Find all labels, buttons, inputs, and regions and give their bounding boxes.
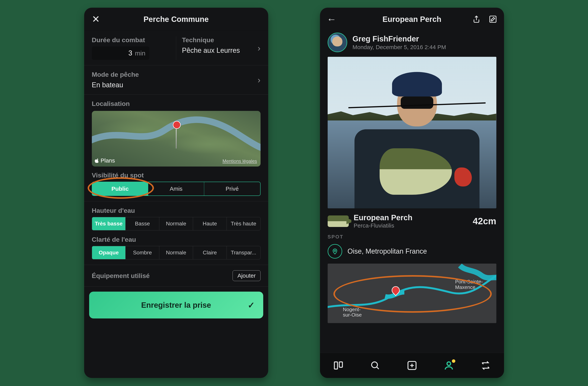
svg-point-1 [334, 250, 336, 251]
mode-label: Mode de pêche [92, 71, 261, 78]
clarity-opt-0[interactable]: Opaque [92, 246, 126, 259]
save-button-label: Enregistrer la prise [141, 301, 211, 309]
water-height-opt-2[interactable]: Normale [159, 217, 193, 230]
spot-name: Oise, Metropolitan France [348, 247, 427, 255]
svg-rect-0 [490, 16, 496, 23]
fight-technique-row: Durée du combat 3 min Technique Pêche au… [84, 31, 268, 66]
catch-photo[interactable] [328, 57, 496, 208]
tab-bar [320, 353, 504, 378]
duration-unit: min [135, 49, 146, 57]
technique-label: Technique [182, 36, 261, 44]
map-legal-link[interactable]: Mentions légales [222, 159, 257, 164]
chevron-right-icon: › [258, 75, 261, 85]
check-icon: ✓ [248, 300, 255, 310]
page-title: European Perch [382, 15, 441, 23]
water-height-opt-3[interactable]: Haute [193, 217, 227, 230]
clarity-opt-4[interactable]: Transpar... [227, 246, 260, 259]
tab-more[interactable] [480, 360, 491, 371]
tab-profile[interactable] [443, 360, 454, 371]
tab-add[interactable] [407, 360, 417, 371]
water-height-segmented: Très basse Basse Normale Haute Très haut… [92, 217, 261, 230]
equipment-label: Équipement utilisé [92, 272, 150, 279]
chevron-right-icon: › [258, 43, 261, 53]
visibility-private[interactable]: Privé [204, 182, 260, 196]
water-height-opt-4[interactable]: Très haute [227, 217, 260, 230]
back-icon[interactable]: ← [327, 14, 336, 25]
svg-rect-2 [334, 362, 337, 369]
visibility-segmented: Public Amis Privé [92, 182, 261, 196]
save-catch-button[interactable]: Enregistrer la prise ✓ [89, 292, 263, 318]
header: ✕ Perche Commune [84, 8, 268, 31]
close-icon[interactable]: ✕ [92, 14, 100, 24]
svg-point-4 [372, 362, 377, 368]
visibility-friends[interactable]: Amis [148, 182, 204, 196]
map-town-label: Pont-Sainte-Maxence [455, 279, 483, 290]
species-row[interactable]: European Perch Perca-Fluviatilis 42cm [320, 208, 504, 234]
clarity-opt-2[interactable]: Normale [159, 246, 193, 259]
catch-date: Monday, December 5, 2016 2:44 PM [353, 44, 446, 50]
add-equipment-button[interactable]: Ajouter [232, 270, 260, 281]
technique-value: Pêche aux Leurres [182, 46, 261, 54]
catch-detail-screen: ← European Perch Greg FishFriender Monda… [320, 8, 504, 378]
water-height-opt-0[interactable]: Très basse [92, 217, 126, 230]
clarity-segmented: Opaque Sombre Normale Claire Transpar... [92, 246, 261, 259]
technique-field[interactable]: Technique Pêche aux Leurres › [182, 36, 261, 60]
fight-duration-field[interactable]: Durée du combat 3 min [92, 36, 170, 60]
catch-edit-screen: ✕ Perche Commune Durée du combat 3 min T… [84, 8, 268, 378]
map-town-label: Nogent-sur-Oise [343, 307, 362, 318]
mode-value: En bateau [92, 81, 261, 89]
location-pin-icon [328, 244, 342, 259]
location-map[interactable]: Plans Mentions légales [92, 111, 261, 166]
species-thumbnail [328, 215, 349, 227]
avatar [328, 33, 347, 52]
spot-section-label: SPOT [320, 234, 504, 240]
svg-rect-3 [339, 362, 342, 367]
spot-row[interactable]: Oise, Metropolitan France [320, 240, 504, 261]
duration-label: Durée du combat [92, 36, 170, 44]
location-section: Localisation Plans Mentions légales V [84, 94, 268, 202]
water-height-label: Hauteur d'eau [92, 207, 261, 214]
map-provider-badge: Plans [95, 157, 115, 164]
visibility-public[interactable]: Public [92, 182, 148, 196]
duration-input[interactable]: 3 min [92, 46, 149, 60]
author-name: Greg FishFriender [353, 35, 446, 43]
header: ← European Perch [320, 8, 504, 31]
location-label: Localisation [92, 100, 261, 107]
species-latin: Perca-Fluviatilis [354, 222, 468, 229]
tab-search[interactable] [370, 360, 380, 371]
water-height-opt-1[interactable]: Basse [126, 217, 159, 230]
species-name: European Perch [354, 213, 468, 222]
water-section: Hauteur d'eau Très basse Basse Normale H… [84, 202, 268, 265]
share-icon[interactable] [472, 15, 481, 23]
clarity-opt-1[interactable]: Sombre [126, 246, 159, 259]
clarity-label: Clarté de l'eau [92, 236, 261, 243]
map-pin-icon [173, 121, 181, 129]
map-pin-icon [392, 286, 400, 294]
author-row[interactable]: Greg FishFriender Monday, December 5, 20… [320, 31, 504, 57]
tab-feed[interactable] [333, 360, 344, 371]
duration-value: 3 [128, 49, 132, 57]
equipment-section: Équipement utilisé Ajouter [84, 265, 268, 287]
svg-point-6 [447, 362, 451, 365]
visibility-label: Visibilité du spot [92, 172, 261, 179]
fishing-mode-field[interactable]: Mode de pêche En bateau › [84, 66, 268, 94]
clarity-opt-3[interactable]: Claire [193, 246, 227, 259]
edit-icon[interactable] [489, 15, 497, 23]
catch-size: 42cm [473, 216, 496, 226]
page-title: Perche Commune [143, 15, 209, 23]
spot-map[interactable]: Pont-Sainte-Maxence Nogent-sur-Oise [328, 264, 496, 323]
notification-dot [452, 359, 455, 363]
